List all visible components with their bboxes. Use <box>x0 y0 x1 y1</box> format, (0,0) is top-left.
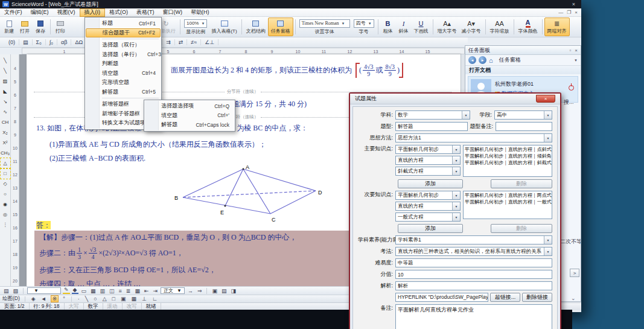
literacy-select[interactable]: 学科素养1 <box>395 235 552 244</box>
primary-knowledge-list[interactable]: 平面解析几何初步｜直线的方程｜点斜式方程平面解析几何初步｜直线的方程｜倾斜角与斜… <box>463 145 552 177</box>
angle-mark-icon[interactable]: ∟ <box>151 296 159 302</box>
primary-dd-2[interactable]: 直线的方程 <box>395 156 461 165</box>
kaofa-select[interactable]: 直线方程的三种表达式，相关的知识，坐标系与直线方程的关系 <box>395 247 552 256</box>
point-tool-icon[interactable]: · <box>77 296 81 302</box>
qtype-input[interactable]: 解答题 <box>395 122 468 131</box>
menu-item-choice-double[interactable]: 选择题（双行） <box>86 40 161 50</box>
secondary-add-button[interactable]: 添加 <box>398 224 463 233</box>
menu-table[interactable]: 表格(T) <box>132 8 159 17</box>
select-object-icon[interactable]: ◈ <box>30 296 37 302</box>
qtype-note-input[interactable] <box>496 122 552 131</box>
stage-select[interactable]: 高中 <box>494 110 552 120</box>
pin-icon[interactable]: ▫ <box>569 48 571 53</box>
vertical-ruler[interactable]: 4567891011121314151617181920 <box>11 54 19 286</box>
angle-icon[interactable]: ° <box>62 296 66 302</box>
save-button[interactable]: 保存 <box>33 18 48 36</box>
menu-help[interactable]: 帮助(H) <box>187 8 214 17</box>
double-arrow-icon[interactable]: ⇒ <box>196 288 203 294</box>
menu-item-composite-stem[interactable]: 综合题题干Ctrl+F2 <box>86 28 161 38</box>
font-color-button[interactable]: A字体颜色 <box>516 18 540 36</box>
panel-search-sliver[interactable]: 搜... <box>564 98 581 106</box>
pane-selector[interactable]: 任务窗格 <box>499 56 521 64</box>
secondary-dd-2[interactable]: 直线的方程 <box>395 202 461 211</box>
forward-button[interactable]: ▸ <box>479 56 486 64</box>
menu-edit[interactable]: 编辑(E) <box>27 8 53 17</box>
perpendicular-icon[interactable]: ⊥ <box>141 296 148 302</box>
drawing-tools-sidebar[interactable]: ╲╲▨◣↘∿CHX₂X²CH₃△□◇○◉◎⋮ <box>0 54 11 286</box>
menu-item-choice-single[interactable]: 选择题（单行）Ctrl+3 <box>86 50 161 60</box>
chevron-down-icon[interactable]: ▼ <box>574 59 578 62</box>
task-pane-button[interactable]: 任务窗格 <box>268 18 293 36</box>
symbol-toolbar[interactable]: (0)▤Σ₀∫₀αβΔΩ∀ℏ+×∈≤∧∨+∞⇉⇄≠≈∠⊥ <box>0 37 468 48</box>
analysis-input[interactable]: 解析 <box>395 281 552 290</box>
draw-menu-button[interactable]: 绘图(D) <box>2 295 20 302</box>
shading-icon[interactable]: ▦ <box>89 288 97 294</box>
page-setup-icon[interactable]: ▣ <box>211 288 218 294</box>
rect-tool-icon[interactable]: □ <box>111 296 116 302</box>
panel-list-item-sliver[interactable]: 二次不等 <box>560 238 581 246</box>
circle-tool-icon[interactable]: ○ <box>92 296 98 302</box>
view-mode-icon[interactable]: ◨ <box>229 288 237 294</box>
menu-view[interactable]: 视图(V) <box>53 8 80 17</box>
score-input[interactable]: 10 <box>395 270 552 279</box>
line-tool-icon[interactable]: ╲ <box>84 296 89 302</box>
table-grid-icon[interactable]: ▦ <box>133 288 141 294</box>
quick-style-select[interactable]: ▼ <box>27 287 61 294</box>
fill-color-icon[interactable]: ◆ <box>72 287 78 294</box>
grow-font-button[interactable]: A▴增大字号 <box>435 18 459 36</box>
secondary-delete-button[interactable]: 删除 <box>491 224 552 233</box>
highlighter-icon[interactable]: ✎ <box>63 287 70 294</box>
home-icon[interactable]: ⌂ <box>489 57 493 64</box>
triangle-tool-icon[interactable]: △ <box>101 296 108 302</box>
panel-close-icon[interactable]: × <box>575 48 578 53</box>
format-clear-icon[interactable]: ▧ <box>12 288 20 294</box>
logout-power-icon[interactable] <box>569 85 574 91</box>
new-button[interactable]: 新建 <box>1 18 17 36</box>
submenu-item-free-response[interactable]: 解答题Ctrl+Caps lock <box>145 120 234 130</box>
indent-increase-icon[interactable]: ⇥ <box>151 288 159 294</box>
hyperlink-button[interactable]: 超链接... <box>490 293 520 302</box>
chart-tool-icon[interactable]: ▦ <box>130 296 138 302</box>
insert-table-button[interactable]: 插入表格(T) <box>209 18 239 36</box>
primary-add-button[interactable]: 添加 <box>398 179 463 188</box>
menu-item-free-response[interactable]: 解答题Ctrl+5 <box>86 88 161 97</box>
submenu-item-choice-option[interactable]: 选择题选择项Ctrl+Q <box>145 101 234 111</box>
print-button[interactable]: 打印 <box>53 18 68 36</box>
remove-link-button[interactable]: 删除链接 <box>522 293 552 302</box>
primary-dd-1[interactable]: 平面解析几何初步 <box>395 145 461 154</box>
open-button[interactable]: 打开 <box>17 18 33 36</box>
difficulty-input[interactable]: 中等题 <box>395 258 552 267</box>
border-icon[interactable]: ▭ <box>80 288 88 294</box>
justify-button[interactable]: ≣两端对齐 <box>544 18 570 36</box>
italic-button[interactable]: I斜体 <box>396 18 412 36</box>
columns-icon[interactable]: ◫ <box>108 288 116 294</box>
doc-structure-button[interactable]: 文档结构 <box>244 18 268 36</box>
back-button[interactable]: ◂ <box>468 56 476 64</box>
indent-decrease-icon[interactable]: ⇤ <box>143 288 150 294</box>
paragraph-style-select[interactable]: 正文▼ <box>161 287 185 294</box>
bold-button[interactable]: B粗体 <box>380 18 396 36</box>
primary-delete-button[interactable]: 删除 <box>491 179 552 188</box>
menu-item-fill-blank[interactable]: 填空题Ctrl+4 <box>86 69 161 78</box>
char-scale-button[interactable]: AA字符缩放 <box>488 18 512 36</box>
method-select[interactable]: 思想方法1 <box>395 133 552 142</box>
font-size-select[interactable]: 四号▼ <box>354 19 374 28</box>
align-justify-icon[interactable]: ≣ <box>125 288 132 294</box>
menu-window[interactable]: 窗口(W) <box>159 8 187 17</box>
format-painter-icon[interactable]: ▤ <box>2 288 10 294</box>
mdi-restore-icon[interactable]: ❐ <box>567 10 571 15</box>
panel-next-button[interactable]: > <box>570 269 579 277</box>
submenu-item-fill-blank[interactable]: 填空题Ctrl+' <box>145 111 234 121</box>
print-preview-icon[interactable]: ▤ <box>220 288 228 294</box>
menu-item-cloze[interactable]: 完形填空题 <box>86 78 161 88</box>
secondary-knowledge-list[interactable]: 平面解析几何初步｜直线的方程｜两点式方程平面解析几何初步｜直线的方程｜一般式方程 <box>463 191 552 219</box>
snap-grid-icon[interactable]: ※ <box>51 295 59 302</box>
mdi-minimize-icon[interactable]: — <box>558 10 563 15</box>
window-close-button[interactable]: × <box>569 1 579 7</box>
font-name-select[interactable]: Times New Roman▼ <box>299 19 350 28</box>
align-left-icon[interactable]: ≡ <box>118 288 123 294</box>
pushpin-icon[interactable]: ◄ <box>40 296 48 302</box>
remark-textarea[interactable]: 平面解析几何直线方程单元作业 <box>395 304 552 329</box>
zoom-select[interactable]: 100%▼ <box>184 19 207 28</box>
menu-format[interactable]: 格式(O) <box>105 8 132 17</box>
